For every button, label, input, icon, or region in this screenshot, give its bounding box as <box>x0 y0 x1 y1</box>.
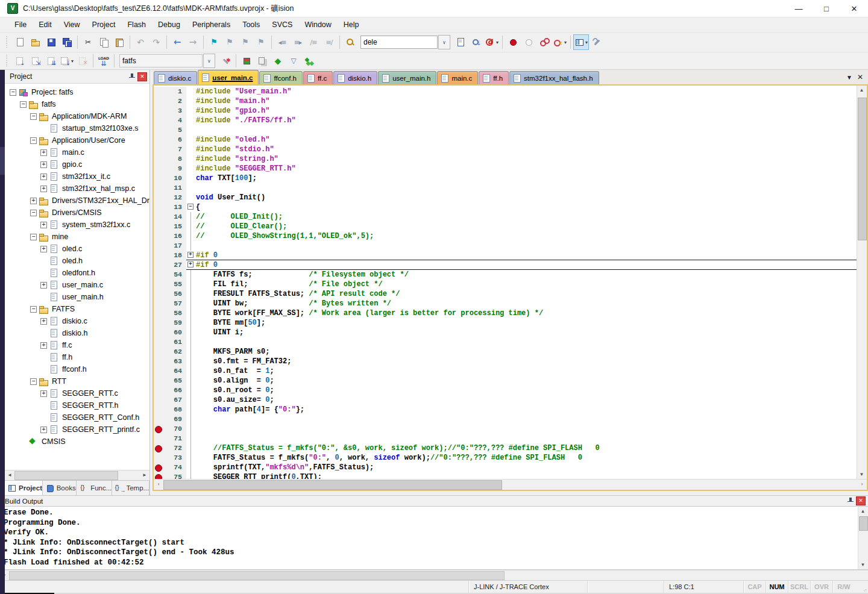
build-output-horizontal-scrollbar[interactable]: ‹ <box>0 570 868 580</box>
tree-item[interactable]: ff.h <box>5 351 149 363</box>
breakpoint-gutter[interactable] <box>154 145 162 154</box>
cut-button[interactable] <box>80 34 96 50</box>
tree-item[interactable]: CMSIS <box>5 436 149 448</box>
workspace-tab-project[interactable]: Project <box>5 481 43 495</box>
editor-tab-user_main-c[interactable]: user_main.c <box>198 70 259 84</box>
breakpoint-gutter[interactable] <box>154 202 162 212</box>
editor-tab-ffconf-h[interactable]: ffconf.h <box>259 71 303 84</box>
uncomment-button[interactable] <box>321 34 337 50</box>
menu-item-tools[interactable]: Tools <box>236 19 266 31</box>
workspace-tab-func[interactable]: Func... <box>77 481 112 495</box>
breakpoint-marker[interactable] <box>155 426 162 433</box>
tree-item[interactable]: +diskio.c <box>5 315 149 327</box>
window-views-button[interactable]: ▾ <box>573 34 589 50</box>
tree-item[interactable]: +SEGGER_RTT.c <box>5 387 149 399</box>
tree-item[interactable]: −RTT <box>5 375 149 387</box>
breakpoint-gutter[interactable] <box>154 453 162 463</box>
scroll-right-icon[interactable]: › <box>858 480 866 488</box>
collapse-icon[interactable]: − <box>30 113 37 120</box>
breakpoint-disabled-button[interactable] <box>521 34 536 50</box>
forward-button[interactable] <box>185 34 201 50</box>
save-button[interactable] <box>43 34 59 50</box>
configure-button[interactable] <box>589 34 605 50</box>
code-editor[interactable]: 1#include "User_main.h"2#include "main.h… <box>154 86 857 479</box>
pin-icon[interactable] <box>128 73 136 81</box>
scroll-left-icon[interactable]: ‹ <box>154 480 163 488</box>
breakpoint-gutter[interactable] <box>154 164 162 174</box>
breakpoint-gutter[interactable] <box>154 116 162 125</box>
expand-icon[interactable]: + <box>40 246 47 252</box>
scrollbar-thumb[interactable] <box>163 480 502 490</box>
breakpoint-gutter[interactable] <box>154 443 162 453</box>
breakpoint-gutter[interactable] <box>154 337 162 347</box>
expand-icon[interactable]: + <box>40 186 47 192</box>
breakpoint-gutter[interactable] <box>154 405 162 414</box>
file-extensions-button[interactable] <box>254 53 270 69</box>
find-text-combo[interactable]: ∨ <box>360 36 450 49</box>
editor-horizontal-scrollbar[interactable]: ‹ › <box>154 479 867 490</box>
workspace-tab-books[interactable]: Books <box>43 481 77 495</box>
tree-item[interactable]: +gpio.c <box>5 158 149 170</box>
breakpoint-gutter[interactable] <box>154 222 162 231</box>
tree-item[interactable]: user_main.h <box>5 291 149 303</box>
breakpoint-gutter[interactable] <box>154 280 162 289</box>
expand-icon[interactable]: + <box>40 427 47 433</box>
breakpoint-gutter[interactable] <box>154 193 162 202</box>
breakpoint-gutter[interactable] <box>154 357 162 366</box>
editor-tab-user_main-h[interactable]: user_main.h <box>378 71 436 84</box>
breakpoint-gutter[interactable] <box>154 347 162 357</box>
tree-item[interactable]: +stm32f1xx_hal_msp.c <box>5 183 149 195</box>
breakpoint-disable-all-button[interactable] <box>536 34 552 50</box>
tab-close-icon[interactable]: ✕ <box>857 73 863 81</box>
dropdown-arrow-icon[interactable]: ▾ <box>585 40 588 45</box>
breakpoint-gutter[interactable] <box>154 463 162 472</box>
tree-item[interactable]: −fatfs <box>5 98 149 110</box>
tree-item[interactable]: oled.h <box>5 255 149 267</box>
project-horizontal-scrollbar[interactable]: ◄ ► <box>5 470 149 480</box>
expand-icon[interactable]: + <box>40 161 47 168</box>
breakpoint-gutter[interactable] <box>154 154 162 164</box>
translate-button[interactable] <box>12 53 28 69</box>
tree-item[interactable]: oledfont.h <box>5 267 149 279</box>
bookmark-next-button[interactable] <box>237 34 253 50</box>
breakpoint-gutter[interactable] <box>154 251 162 260</box>
tree-item[interactable]: −Application/MDK-ARM <box>5 110 149 122</box>
undo-button[interactable] <box>133 34 148 50</box>
scrollbar-thumb[interactable] <box>858 98 867 240</box>
pin-icon[interactable] <box>847 497 854 505</box>
breakpoint-gutter[interactable] <box>154 289 162 299</box>
project-panel-close-icon[interactable]: ✕ <box>137 72 147 81</box>
new-file-button[interactable] <box>12 34 28 50</box>
breakpoint-gutter[interactable] <box>154 231 162 241</box>
breakpoint-gutter[interactable] <box>154 328 162 337</box>
collapse-icon[interactable]: − <box>10 89 16 96</box>
minimize-button[interactable]: — <box>785 0 813 17</box>
collapse-icon[interactable]: − <box>30 137 37 144</box>
tree-item[interactable]: SEGGER_RTT.h <box>5 399 149 411</box>
breakpoint-gutter[interactable] <box>154 414 162 424</box>
target-select-value[interactable]: fatfs <box>119 54 203 67</box>
expand-icon[interactable]: + <box>40 282 47 289</box>
bookmark-clear-button[interactable] <box>253 34 269 50</box>
expand-icon[interactable]: + <box>30 198 37 204</box>
batch-build-button[interactable]: ▾ <box>59 53 75 69</box>
scroll-left-icon[interactable]: ◄ <box>5 471 14 479</box>
fold-collapse-icon[interactable]: − <box>187 204 193 210</box>
breakpoint-marker[interactable] <box>155 464 162 472</box>
breakpoint-gutter[interactable] <box>154 395 162 405</box>
rte-button[interactable] <box>270 53 286 69</box>
editor-vertical-scrollbar[interactable]: ▲ ▼ <box>857 86 867 479</box>
menu-item-view[interactable]: View <box>58 19 86 31</box>
build-output-vertical-scrollbar[interactable]: ▲ ▼ <box>858 507 868 569</box>
target-options-button[interactable] <box>218 53 233 69</box>
expand-icon[interactable]: + <box>40 174 47 180</box>
expand-icon[interactable]: + <box>40 149 47 156</box>
editor-tab-main-c[interactable]: main.c <box>437 71 478 84</box>
dropdown-arrow-icon[interactable]: ▾ <box>496 40 498 45</box>
breakpoint-marker[interactable] <box>155 474 162 479</box>
breakpoint-gutter[interactable] <box>154 183 162 193</box>
tree-item[interactable]: +Drivers/STM32F1xx_HAL_Driv <box>5 195 149 207</box>
tree-item[interactable]: +system_stm32f1xx.c <box>5 219 149 231</box>
breakpoint-gutter[interactable] <box>154 125 162 135</box>
build-button[interactable] <box>28 53 43 69</box>
